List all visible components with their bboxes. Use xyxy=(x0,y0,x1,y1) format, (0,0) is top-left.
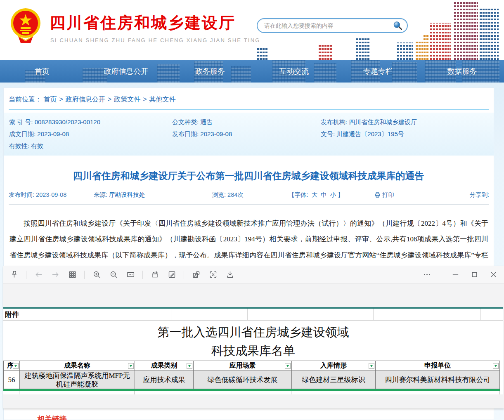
breadcrumb-label: 当前位置： xyxy=(9,96,42,103)
breadcrumb-link-1[interactable]: 政府信息公开 xyxy=(66,96,105,103)
building-illustration xyxy=(423,35,428,60)
document-page: 附件 第一批入选四川省住房城乡建设领域 科技成果库名单 序·成果名称成果类别应用… xyxy=(3,307,503,394)
column-header-label: 申报单位 xyxy=(424,361,451,370)
empty-cell xyxy=(135,391,193,394)
pin-icon[interactable] xyxy=(9,270,19,280)
more-icon[interactable] xyxy=(422,270,432,280)
filter-dropdown-icon[interactable] xyxy=(369,363,374,369)
column-header-label: 应用场景 xyxy=(230,361,256,370)
nav-item-2[interactable]: 政务服务 xyxy=(195,66,225,76)
attachment-table-title: 第一批入选四川省住房城乡建设领域 科技成果库名单 xyxy=(3,321,503,361)
column-header-label: 成果类别 xyxy=(151,361,177,370)
empty-cell xyxy=(291,391,375,394)
font-size-control: 【字体: 大中小】 xyxy=(289,191,344,199)
column-header-1: 成果名称 xyxy=(19,361,135,371)
share-label[interactable]: 分享到: xyxy=(469,191,489,199)
building-illustration xyxy=(396,42,413,60)
minimize-icon[interactable] xyxy=(450,270,460,280)
filter-dropdown-icon[interactable] xyxy=(493,363,499,369)
nav-item-4[interactable]: 专题专栏 xyxy=(363,66,393,76)
column-header-label: 成果名称 xyxy=(64,361,90,370)
thumbnails-icon[interactable] xyxy=(67,270,77,280)
close-icon[interactable] xyxy=(488,270,498,280)
column-header-4: 入库情形 xyxy=(291,361,375,371)
toolbar-divider xyxy=(26,271,26,279)
meta-pub-date: 发布日期: 2023-09-08 xyxy=(172,130,321,138)
column-header-label: 入库情形 xyxy=(320,361,347,370)
filter-dropdown-icon[interactable] xyxy=(187,363,192,369)
toolbar-divider xyxy=(441,271,441,279)
table-cell: 建筑楼地面保温隔声系统用MFP无机硅声能凝胶 xyxy=(19,371,135,389)
related-links[interactable]: 相关链接 xyxy=(37,414,67,420)
breadcrumb: 当前位置： 首页>政府信息公开>政策文件>其他文件 xyxy=(9,95,175,104)
font-size-大[interactable]: 大 xyxy=(312,191,318,198)
breadcrumb-separator: > xyxy=(143,96,147,103)
attachment-label-cell: 附件 xyxy=(3,309,171,320)
table-cell: 四川赛尔科美新材料科技有限公司 xyxy=(375,371,500,389)
breadcrumb-separator: > xyxy=(108,96,111,103)
site-title: 四川省住房和城乡建设厅 xyxy=(50,12,236,33)
empty-cell xyxy=(375,391,500,394)
empty-cell xyxy=(193,391,291,394)
meta-doc-number: 文号: 川建通告〔2023〕195号 xyxy=(321,130,494,138)
nav-item-0[interactable]: 首页 xyxy=(35,66,50,76)
divider xyxy=(9,109,489,110)
filter-dropdown-icon[interactable] xyxy=(13,363,19,369)
building-illustration xyxy=(256,47,268,60)
meta-agency: 发布机构: 四川省住房和城乡建设厅 xyxy=(321,118,494,126)
column-header-0: 序· xyxy=(3,361,19,371)
nav-item-1[interactable]: 政府信息公开 xyxy=(104,66,148,76)
fit-width-icon[interactable] xyxy=(125,270,135,280)
breadcrumb-separator: > xyxy=(59,96,63,103)
empty-cell xyxy=(248,309,374,320)
forward-icon[interactable] xyxy=(50,270,60,280)
filter-dropdown-icon[interactable] xyxy=(285,363,291,369)
rotate-icon[interactable] xyxy=(150,270,160,280)
empty-cell xyxy=(3,391,19,394)
download-icon[interactable] xyxy=(225,270,235,280)
building-illustration xyxy=(479,8,499,60)
font-size-中[interactable]: 中 xyxy=(321,191,327,198)
font-size-小[interactable]: 小 xyxy=(330,191,336,198)
divider xyxy=(9,204,489,205)
extract-text-icon[interactable] xyxy=(191,270,201,280)
building-illustration xyxy=(355,37,370,60)
empty-cell xyxy=(171,309,248,320)
search-input[interactable] xyxy=(264,22,392,29)
meta-doc-type: 公文种类: 通告 xyxy=(172,118,321,126)
print-button[interactable]: 打印 xyxy=(374,191,394,199)
breadcrumb-link-3[interactable]: 其他文件 xyxy=(149,96,175,103)
article-meta-row: 发布时间: 2023-09-08 来源: 厅勘设科技处 浏览: 284次 【字体… xyxy=(4,191,493,201)
building-illustration xyxy=(318,43,332,60)
maximize-icon[interactable] xyxy=(469,270,479,280)
nav-item-5[interactable]: 数据服务 xyxy=(447,66,477,76)
building-illustration xyxy=(429,23,451,60)
column-header-3: 应用场景 xyxy=(193,361,291,371)
column-header-2: 成果类别 xyxy=(135,361,193,371)
edit-icon[interactable] xyxy=(167,270,177,280)
toolbar-divider xyxy=(84,271,85,279)
nav-item-3[interactable]: 互动交流 xyxy=(279,66,309,76)
site-header: 四川省住房和城乡建设厅 SI CHUAN SHENG ZHU FANG HE C… xyxy=(0,0,504,60)
table-cell: 应用技术成果 xyxy=(135,371,193,389)
search-box xyxy=(257,18,408,33)
main-nav: 首页政府信息公开政务服务互动交流专题专栏数据服务 xyxy=(0,60,504,83)
meta-index: 索 引 号: 008283930/2023-00120 xyxy=(9,118,172,126)
table-cell: 56 xyxy=(3,371,19,389)
zoom-out-icon[interactable] xyxy=(109,270,118,280)
filter-dropdown-icon[interactable] xyxy=(128,363,134,369)
breadcrumb-link-2[interactable]: 政策文件 xyxy=(114,96,140,103)
toolbar-divider xyxy=(142,271,143,279)
article-title: 四川省住房和城乡建设厅关于公布第一批四川省住房城乡建设领域科技成果库的通告 xyxy=(4,170,493,182)
search-icon[interactable] xyxy=(392,20,403,31)
breadcrumb-link-0[interactable]: 首页 xyxy=(43,96,57,103)
building-illustration xyxy=(415,41,423,60)
table-cell: 绿色建材三星级标识 xyxy=(291,371,375,389)
empty-cell xyxy=(374,309,481,320)
back-icon[interactable] xyxy=(33,270,43,280)
view-count: 浏览: 284次 xyxy=(212,191,244,199)
zoom-in-icon[interactable] xyxy=(92,270,102,280)
attachment-label: 附件 xyxy=(3,309,171,319)
empty-cell xyxy=(481,309,503,320)
ocr-select-icon[interactable] xyxy=(208,270,218,280)
